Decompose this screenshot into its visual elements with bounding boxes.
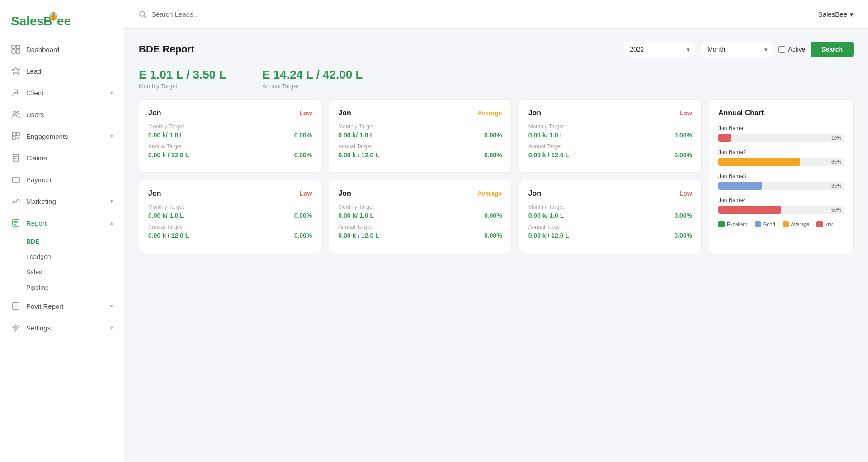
- chart-bar-track-1: 10%: [718, 134, 844, 142]
- report-icon: [11, 218, 21, 228]
- card-annual-pct-1-2: 0.00%: [484, 151, 502, 159]
- svg-rect-9: [12, 50, 15, 53]
- card-status-2-1: Low: [299, 190, 312, 197]
- svg-rect-7: [12, 45, 15, 49]
- card-annual-row-2-3: Annual Target 0.00 k / 12.0 L 0.00%: [528, 224, 692, 239]
- card-status-2-2: Average: [477, 190, 502, 197]
- subnav-bde[interactable]: BDE: [26, 234, 124, 249]
- svg-rect-8: [16, 45, 20, 49]
- search-wrap: [139, 10, 818, 19]
- svg-rect-14: [12, 132, 15, 136]
- subnav-pipeline[interactable]: Pipeline: [26, 280, 124, 295]
- search-input[interactable]: [151, 10, 287, 18]
- card-monthly-row-2-2: Monthly Target 0.00 k/ 1.0 L 0.00%: [338, 204, 502, 219]
- povit-chevron-icon: ▾: [110, 303, 113, 309]
- chart-bar-track-3: 35%: [718, 182, 844, 190]
- subnav-leadgen[interactable]: Leadgen: [26, 249, 124, 264]
- sidebar-item-settings[interactable]: Settings ▾: [0, 317, 124, 339]
- card-monthly-label-2-2: Monthly Target: [338, 204, 502, 210]
- sidebar-item-dashboard[interactable]: Dashboard: [0, 38, 124, 60]
- sidebar-item-lead-label: Lead: [26, 67, 113, 75]
- report-chevron-icon: ▴: [110, 220, 113, 226]
- card-annual-val-2-3: 0.00 k / 12.0 L: [528, 232, 569, 239]
- year-select-wrap: 2022 2021 2023: [623, 42, 695, 57]
- sidebar-item-dashboard-label: Dashboard: [26, 46, 113, 53]
- user-menu[interactable]: SalesBee ▾: [818, 10, 854, 19]
- svg-rect-16: [12, 137, 15, 140]
- marketing-chevron-icon: ▾: [110, 198, 113, 204]
- chart-bar-track-2: 65%: [718, 158, 844, 166]
- card-annual-values-1-2: 0.00 k / 12.0 L 0.00%: [338, 151, 502, 159]
- card-annual-values-2-2: 0.00 k / 12.0 L 0.00%: [338, 232, 502, 239]
- sidebar-item-povit-label: Povit Report: [26, 302, 105, 310]
- card-monthly-row-1-3: Monthly Target 0.00 k/ 1.0 L 0.00%: [528, 123, 692, 139]
- filters: 2022 2021 2023 Month JanuaryFebruaryMarc…: [623, 42, 854, 57]
- cards-grid: Jon Low Monthly Target 0.00 k/ 1.0 L 0.0…: [139, 99, 854, 253]
- page-header: BDE Report 2022 2021 2023 Month JanuaryF…: [139, 42, 854, 57]
- svg-rect-17: [13, 154, 19, 161]
- logo: Sales B ee: [0, 0, 124, 38]
- sidebar-item-engagements[interactable]: Engagements ▾: [0, 125, 124, 147]
- sidebar-item-users-label: Users: [26, 111, 113, 118]
- monthly-target-label: Monthly Target: [139, 83, 226, 90]
- sidebar-item-report[interactable]: Report ▴: [0, 212, 124, 234]
- chart-bar-fill-4: [718, 206, 781, 214]
- card-name-2-2: Jon: [338, 189, 351, 198]
- card-monthly-label-1-3: Monthly Target: [528, 123, 692, 130]
- engagements-icon: [11, 131, 21, 141]
- payment-icon: [11, 174, 21, 184]
- card-annual-val-1-2: 0.00 k / 12.0 L: [338, 151, 379, 159]
- card-annual-values-1-1: 0.00 k / 12.0 L 0.00%: [148, 151, 312, 159]
- card-name-2-3: Jon: [528, 189, 541, 198]
- card-monthly-row-2-1: Monthly Target 0.00 k/ 1.0 L 0.00%: [148, 204, 312, 219]
- active-checkbox-label[interactable]: Active: [778, 46, 805, 53]
- search-button[interactable]: Search: [811, 42, 854, 57]
- card-name-1-2: Jon: [338, 109, 351, 117]
- card-annual-row-1-3: Annual Target 0.00 k / 12.0 L 0.00%: [528, 143, 692, 159]
- chart-bar-name-3: Jon Name3: [718, 173, 844, 179]
- card-annual-val-2-2: 0.00 k / 12.0 L: [338, 232, 379, 239]
- card-name-1-3: Jon: [528, 109, 541, 117]
- year-select[interactable]: 2022 2021 2023: [623, 42, 695, 57]
- settings-chevron-icon: ▾: [110, 325, 113, 331]
- bde-card-1-3: Jon Low Monthly Target 0.00 k/ 1.0 L 0.0…: [519, 99, 702, 173]
- annual-target-block: E 14.24 L / 42.00 L Annual Target: [262, 68, 363, 90]
- legend-low-label: low: [825, 222, 833, 227]
- card-monthly-row-2-3: Monthly Target 0.00 k/ 1.0 L 0.00%: [528, 204, 692, 219]
- svg-point-22: [140, 11, 145, 16]
- card-monthly-values-1-3: 0.00 k/ 1.0 L 0.00%: [528, 132, 692, 139]
- card-monthly-row-1-1: Monthly Target 0.00 k/ 1.0 L 0.00%: [148, 123, 312, 139]
- card-status-2-3: Low: [679, 190, 692, 197]
- sidebar-item-claims[interactable]: Claims: [0, 147, 124, 169]
- legend-average-dot: [783, 221, 789, 227]
- card-annual-label-2-1: Annual Target: [148, 224, 312, 230]
- card-annual-values-2-3: 0.00 k / 12.0 L 0.00%: [528, 232, 692, 239]
- month-select[interactable]: Month JanuaryFebruaryMarch AprilMayJune …: [701, 42, 773, 57]
- sidebar-item-marketing[interactable]: Marketing ▾: [0, 190, 124, 212]
- annual-target-value: E 14.24 L / 42.00 L: [262, 68, 363, 82]
- sidebar-item-payment[interactable]: Payment: [0, 169, 124, 190]
- card-status-1-2: Average: [477, 109, 502, 117]
- svg-text:ee: ee: [57, 14, 70, 28]
- chart-bar-4: Jon Name4 50%: [718, 197, 844, 214]
- legend-low: low: [816, 221, 833, 227]
- svg-point-12: [13, 112, 16, 115]
- sidebar-item-users[interactable]: Users: [0, 104, 124, 125]
- legend-good-label: Good: [763, 222, 775, 227]
- povit-icon: [11, 301, 21, 311]
- user-name: SalesBee: [818, 10, 847, 18]
- card-monthly-values-2-3: 0.00 k/ 1.0 L 0.00%: [528, 212, 692, 219]
- legend-excellent: Excellent: [718, 221, 747, 227]
- sidebar-item-povit-report[interactable]: Povit Report ▾: [0, 295, 124, 317]
- subnav-sales[interactable]: Sales: [26, 264, 124, 280]
- card-monthly-val-1-2: 0.00 k/ 1.0 L: [338, 132, 374, 139]
- active-checkbox[interactable]: [778, 46, 785, 53]
- bde-card-1-2: Jon Average Monthly Target 0.00 k/ 1.0 L…: [329, 99, 511, 173]
- card-monthly-values-1-2: 0.00 k/ 1.0 L 0.00%: [338, 132, 502, 139]
- legend-average-label: Average: [791, 222, 810, 227]
- sidebar-item-client[interactable]: Client ▾: [0, 82, 124, 104]
- chart-bar-fill-3: [718, 182, 762, 190]
- sidebar-item-lead[interactable]: Lead: [0, 60, 124, 82]
- legend-excellent-label: Excellent: [727, 222, 747, 227]
- bde-card-2-1: Jon Low Monthly Target 0.00 k/ 1.0 L 0.0…: [139, 180, 321, 253]
